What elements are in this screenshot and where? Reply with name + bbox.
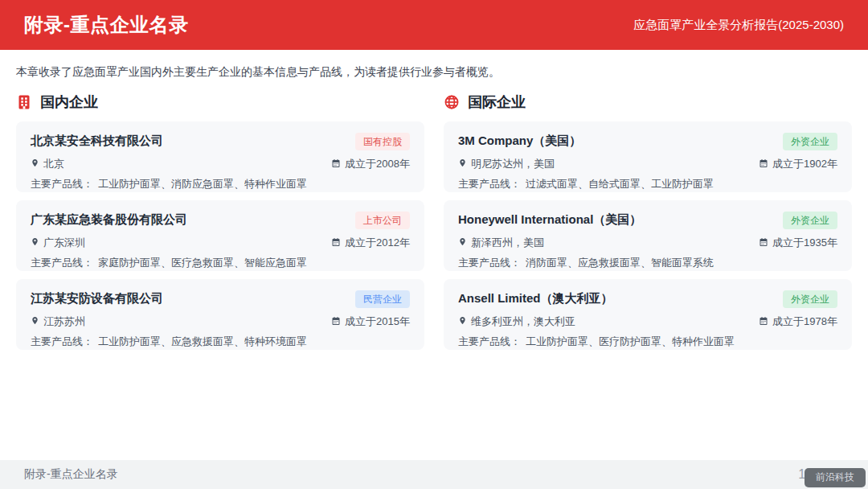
footer-bar: 附录-重点企业名录 100 (0, 460, 868, 489)
report-slide: 附录-重点企业名录 应急面罩产业全景分析报告(2025-2030) 本章收录了应… (0, 0, 868, 489)
company-products: 主要产品线：工业防护面罩、应急救援面罩、特种环境面罩 (31, 335, 410, 349)
calendar-icon (759, 316, 768, 328)
page-title: 附录-重点企业名录 (24, 12, 189, 38)
company-card: 广东某应急装备股份有限公司 上市公司 广东深圳 成立于2012年 主要产品线：家… (16, 200, 424, 271)
calendar-icon (759, 237, 768, 249)
section-international: 国际企业 3M Company（美国） 外资企业 明尼苏达州，美国 成立于190… (444, 92, 852, 358)
company-type-badge: 上市公司 (355, 212, 410, 230)
map-pin-icon (31, 236, 39, 249)
company-location: 明尼苏达州，美国 (458, 157, 555, 171)
company-founded: 成立于1935年 (759, 236, 837, 250)
company-products: 主要产品线：过滤式面罩、自给式面罩、工业防护面罩 (458, 177, 837, 191)
company-card: 北京某安全科技有限公司 国有控股 北京 成立于2008年 主要产品线：工业防护面… (16, 121, 424, 192)
company-name: Ansell Limited（澳大利亚） (458, 290, 613, 306)
watermark-badge: 前沿科技 (805, 468, 866, 487)
footer-section-label: 附录-重点企业名录 (24, 467, 118, 482)
globe-icon (444, 94, 460, 110)
company-location: 广东深圳 (31, 236, 85, 250)
company-card: Ansell Limited（澳大利亚） 外资企业 维多利亚州，澳大利亚 成立于… (444, 279, 852, 350)
company-type-badge: 外资企业 (783, 133, 837, 151)
section-domestic: 国内企业 北京某安全科技有限公司 国有控股 北京 成立于2008年 (16, 92, 424, 358)
company-name: Honeywell International（美国） (458, 212, 641, 228)
header-bar: 附录-重点企业名录 应急面罩产业全景分析报告(2025-2030) (0, 0, 868, 50)
company-card: 江苏某安防设备有限公司 民营企业 江苏苏州 成立于2015年 主要产品线：工业防… (16, 279, 424, 350)
company-card: Honeywell International（美国） 外资企业 新泽西州，美国… (444, 200, 852, 271)
company-name: 北京某安全科技有限公司 (31, 133, 163, 149)
company-type-badge: 外资企业 (783, 212, 837, 230)
map-pin-icon (458, 158, 467, 171)
company-location: 新泽西州，美国 (458, 236, 544, 250)
calendar-icon (331, 158, 341, 171)
company-products: 主要产品线：工业防护面罩、消防应急面罩、特种作业面罩 (31, 177, 410, 191)
section-international-title: 国际企业 (468, 92, 526, 112)
map-pin-icon (458, 236, 467, 249)
company-founded: 成立于2008年 (331, 157, 410, 171)
calendar-icon (331, 237, 341, 249)
company-products: 主要产品线：工业防护面罩、医疗防护面罩、特种作业面罩 (458, 335, 837, 349)
company-type-badge: 外资企业 (783, 290, 837, 309)
company-products: 主要产品线：消防面罩、应急救援面罩、智能面罩系统 (458, 256, 837, 270)
company-founded: 成立于1978年 (759, 314, 837, 329)
company-columns: 国内企业 北京某安全科技有限公司 国有控股 北京 成立于2008年 (0, 92, 868, 358)
calendar-icon (331, 316, 341, 328)
company-name: 3M Company（美国） (458, 133, 581, 149)
calendar-icon (759, 158, 768, 171)
company-founded: 成立于1902年 (759, 157, 837, 171)
intro-text: 本章收录了应急面罩产业国内外主要生产企业的基本信息与产品线，为读者提供行业参与者… (0, 50, 868, 80)
company-location: 江苏苏州 (31, 314, 85, 329)
building-icon (16, 94, 32, 110)
section-international-header: 国际企业 (444, 92, 852, 112)
company-founded: 成立于2012年 (331, 236, 410, 250)
section-domestic-header: 国内企业 (16, 92, 424, 112)
company-card: 3M Company（美国） 外资企业 明尼苏达州，美国 成立于1902年 主要… (444, 121, 852, 192)
report-subtitle: 应急面罩产业全景分析报告(2025-2030) (633, 18, 844, 33)
map-pin-icon (458, 315, 467, 328)
company-name: 江苏某安防设备有限公司 (31, 290, 163, 306)
company-type-badge: 国有控股 (355, 133, 410, 151)
company-name: 广东某应急装备股份有限公司 (31, 212, 187, 228)
map-pin-icon (31, 158, 39, 171)
company-founded: 成立于2015年 (331, 314, 410, 329)
section-domestic-title: 国内企业 (40, 92, 98, 112)
company-location: 北京 (31, 157, 64, 171)
company-type-badge: 民营企业 (355, 290, 410, 309)
company-location: 维多利亚州，澳大利亚 (458, 314, 575, 329)
company-products: 主要产品线：家庭防护面罩、医疗急救面罩、智能应急面罩 (31, 256, 410, 270)
map-pin-icon (31, 315, 39, 328)
